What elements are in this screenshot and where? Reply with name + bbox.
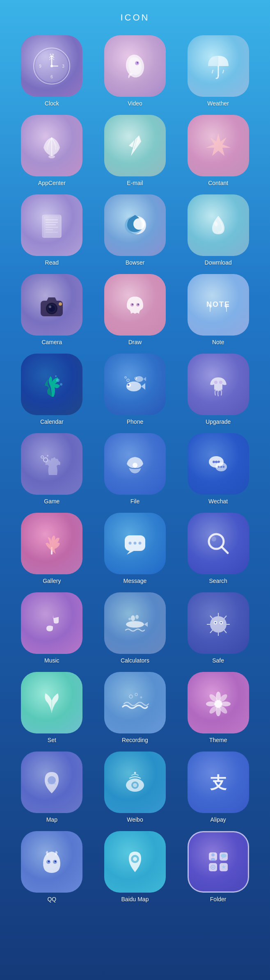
- alipay-icon-bg: 支: [188, 752, 249, 813]
- camera-icon: [33, 286, 70, 323]
- icon-item-qq[interactable]: QQ: [12, 831, 92, 902]
- icon-item-browser[interactable]: Bowser: [96, 194, 175, 266]
- icon-item-folder[interactable]: ★ Folder: [178, 831, 258, 902]
- qq-icon-bg: [21, 831, 82, 893]
- baidumap-icon: [117, 843, 153, 880]
- camera-icon-bg: [21, 274, 82, 336]
- icon-item-music[interactable]: Music: [12, 592, 92, 664]
- icon-item-map[interactable]: Map: [12, 752, 92, 823]
- svg-line-97: [210, 616, 213, 619]
- svg-point-61: [127, 379, 129, 381]
- icon-item-note[interactable]: NOTE Note: [178, 274, 258, 345]
- music-icon: [33, 605, 70, 642]
- calendar-icon: [33, 366, 70, 403]
- svg-point-84: [211, 537, 216, 541]
- phone-label: Phone: [127, 418, 143, 425]
- svg-point-43: [132, 304, 133, 305]
- svg-text:9: 9: [39, 64, 42, 69]
- svg-point-75: [217, 466, 220, 468]
- icon-item-theme[interactable]: Theme: [178, 672, 258, 743]
- theme-icon: [200, 684, 237, 721]
- clock-label: Clock: [45, 100, 59, 107]
- svg-point-104: [140, 697, 142, 699]
- calc-icon-bg: [104, 592, 166, 654]
- icon-item-phone[interactable]: Phone: [96, 354, 175, 425]
- icon-item-draw[interactable]: Draw: [96, 274, 175, 345]
- game-icon-bg: [21, 433, 82, 495]
- camera-label: Camera: [41, 339, 62, 345]
- icon-item-alipay[interactable]: 支 Alipay: [178, 752, 258, 823]
- svg-line-93: [224, 630, 227, 633]
- contact-label: Contant: [208, 180, 228, 186]
- video-icon: [117, 48, 153, 85]
- calc-icon: [117, 605, 153, 642]
- icon-item-safe[interactable]: Safe: [178, 592, 258, 664]
- icon-item-message[interactable]: Message: [96, 513, 175, 584]
- icon-item-gallery[interactable]: Gallery: [12, 513, 92, 584]
- icon-item-upgrade[interactable]: Upgarade: [178, 354, 258, 425]
- icon-item-baidumap[interactable]: Baidu Map: [96, 831, 175, 902]
- svg-point-101: [220, 622, 222, 624]
- svg-point-103: [135, 693, 137, 696]
- icon-item-weather[interactable]: Weather: [178, 35, 258, 107]
- icon-item-appcenter[interactable]: AppCenter: [12, 115, 92, 186]
- icon-item-game[interactable]: Game: [12, 433, 92, 505]
- svg-point-69: [133, 464, 135, 465]
- icon-item-recording[interactable]: Recording: [96, 672, 175, 743]
- download-label: Dowmload: [205, 259, 232, 266]
- game-label: Game: [44, 498, 59, 505]
- email-label: E-mail: [127, 180, 143, 186]
- svg-line-95: [210, 630, 213, 633]
- svg-point-67: [47, 455, 48, 457]
- icon-item-camera[interactable]: Camera: [12, 274, 92, 345]
- svg-line-91: [224, 616, 227, 619]
- weibo-label: Weibo: [127, 816, 143, 823]
- browser-icon-bg: [104, 194, 166, 256]
- upgrade-icon: [200, 366, 237, 403]
- qq-label: QQ: [47, 896, 56, 902]
- icon-item-download[interactable]: Dowmload: [178, 194, 258, 266]
- svg-point-20: [48, 155, 55, 158]
- icon-item-search[interactable]: Search: [178, 513, 258, 584]
- gallery-icon-bg: [21, 513, 82, 574]
- svg-point-71: [213, 461, 215, 463]
- icon-item-calculators[interactable]: Calculators: [96, 592, 175, 664]
- svg-text:6: 6: [51, 75, 53, 79]
- svg-text:3: 3: [62, 64, 65, 69]
- folder-icon: ★: [200, 843, 237, 880]
- svg-point-12: [50, 65, 53, 67]
- recording-label: Recording: [122, 737, 148, 743]
- theme-label: Theme: [209, 737, 227, 743]
- wechat-icon-bg: [188, 433, 249, 495]
- svg-point-88: [128, 618, 131, 620]
- file-icon-bg: [104, 433, 166, 495]
- folder-icon-bg: ★: [188, 831, 249, 893]
- weibo-icon-bg: [104, 752, 166, 813]
- clock-icon: 12 3 6 9: [31, 46, 72, 87]
- search-icon-bg: [188, 513, 249, 574]
- svg-line-19: [223, 70, 224, 73]
- svg-point-80: [133, 542, 136, 545]
- icon-item-email[interactable]: E-mail: [96, 115, 175, 186]
- icon-item-contact[interactable]: Contant: [178, 115, 258, 186]
- icon-item-clock[interactable]: 12 3 6 9 Clock: [12, 35, 92, 107]
- search-label: Search: [209, 578, 227, 584]
- svg-point-135: [212, 866, 214, 868]
- map-label: Map: [46, 816, 57, 823]
- baidumap-icon-bg: [104, 831, 166, 893]
- icon-item-video[interactable]: Video: [96, 35, 175, 107]
- game-icon: [33, 445, 70, 482]
- svg-point-39: [49, 306, 51, 308]
- wechat-label: Wechat: [208, 498, 228, 505]
- icon-item-calendar[interactable]: Calendar: [12, 354, 92, 425]
- svg-point-65: [43, 458, 48, 462]
- icon-item-file[interactable]: File: [96, 433, 175, 505]
- recording-icon-bg: [104, 672, 166, 733]
- icon-item-read[interactable]: Read: [12, 194, 92, 266]
- icon-item-wechat[interactable]: Wechat: [178, 433, 258, 505]
- svg-point-40: [59, 302, 62, 306]
- icon-item-set[interactable]: Set: [12, 672, 92, 743]
- svg-point-16: [137, 62, 138, 64]
- icon-item-weibo[interactable]: Weibo: [96, 752, 175, 823]
- svg-point-119: [134, 772, 136, 774]
